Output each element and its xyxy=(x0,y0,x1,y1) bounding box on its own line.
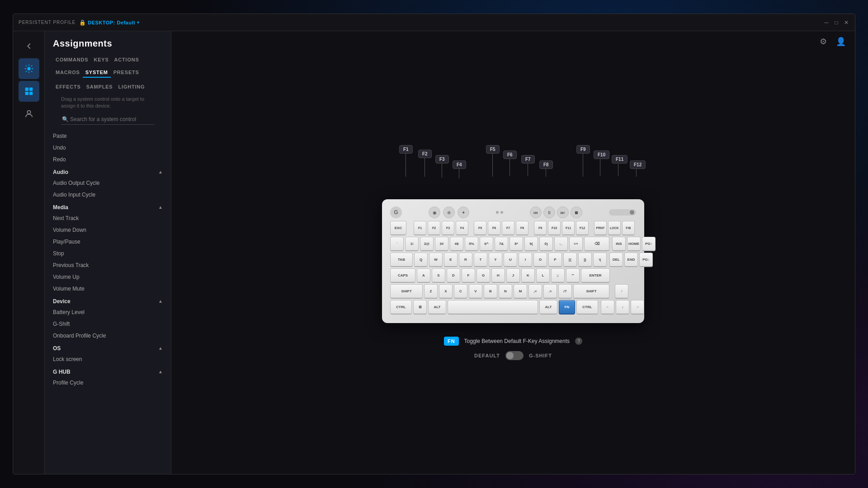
key-4[interactable]: 4$ xyxy=(450,237,463,251)
key-pgdn[interactable]: PG↓ xyxy=(639,253,653,267)
key-m[interactable]: M xyxy=(514,284,527,299)
list-item-paste[interactable]: Paste xyxy=(45,130,171,142)
key-f8[interactable]: F8 xyxy=(516,221,528,235)
key-1[interactable]: 1! xyxy=(405,237,419,251)
profiles-nav-button[interactable] xyxy=(19,103,39,124)
key-esc[interactable]: ESC xyxy=(390,221,406,235)
key-z[interactable]: Z xyxy=(424,284,438,299)
key-quote[interactable]: '" xyxy=(566,268,580,283)
key-f12[interactable]: F12 xyxy=(576,221,589,235)
key-rctrl[interactable]: CTRL xyxy=(576,300,598,314)
key-3[interactable]: 3# xyxy=(435,237,448,251)
key-ins[interactable]: INS xyxy=(612,237,626,251)
tab-actions[interactable]: ACTIONS xyxy=(112,55,142,64)
key-equals[interactable]: =+ xyxy=(569,237,583,251)
key-backspace[interactable]: ⌫ xyxy=(584,237,609,251)
key-fn[interactable]: FN xyxy=(559,300,575,314)
tab-system[interactable]: SYSTEM xyxy=(83,68,111,78)
list-item-redo[interactable]: Redo xyxy=(45,154,171,165)
key-v[interactable]: V xyxy=(469,284,482,299)
list-item-volume-up[interactable]: Volume Up xyxy=(45,271,171,283)
key-8[interactable]: 8* xyxy=(509,237,523,251)
key-space[interactable] xyxy=(448,300,538,314)
key-lctrl[interactable]: CTRL xyxy=(390,300,412,314)
media-pause[interactable]: ⏸ xyxy=(543,206,555,218)
key-d[interactable]: D xyxy=(447,268,460,283)
list-item-previous-track[interactable]: Previous Track xyxy=(45,259,171,271)
key-lock[interactable]: LOCK xyxy=(608,221,621,235)
key-h[interactable]: H xyxy=(491,268,505,283)
key-comma[interactable]: ,< xyxy=(528,284,542,299)
key-fb[interactable]: F/B xyxy=(622,221,635,235)
key-f3[interactable]: F3 xyxy=(442,221,454,235)
key-rbracket[interactable]: ]} xyxy=(578,253,592,267)
profile-selector[interactable]: 🔒 DESKTOP: Default ▾ xyxy=(79,19,139,26)
tab-samples[interactable]: SAMPLES xyxy=(84,82,116,91)
key-g[interactable]: G xyxy=(476,268,490,283)
key-up[interactable]: ↑ xyxy=(615,284,628,299)
list-item-play-pause[interactable]: Play/Pause xyxy=(45,236,171,248)
mode-btn-3[interactable]: ✦ xyxy=(458,206,469,218)
list-item-stop[interactable]: Stop xyxy=(45,248,171,259)
media-next[interactable]: ⏭ xyxy=(557,206,569,218)
key-home[interactable]: HOME xyxy=(627,237,641,251)
mode-btn-1[interactable]: ◉ xyxy=(429,206,440,218)
key-x[interactable]: X xyxy=(439,284,453,299)
list-item-g-shift[interactable]: G-Shift xyxy=(45,318,171,330)
key-rshift[interactable]: SHIFT xyxy=(573,284,609,299)
media-stop[interactable]: ⏹ xyxy=(571,206,582,218)
key-enter[interactable]: ENTER xyxy=(581,268,610,283)
media-prev[interactable]: ⏮ xyxy=(530,206,542,218)
key-left[interactable]: ← xyxy=(601,300,614,314)
list-item-next-track[interactable]: Next Track xyxy=(45,212,171,224)
key-f7[interactable]: F7 xyxy=(502,221,514,235)
list-item-onboard-profile-cycle[interactable]: Onboard Profile Cycle xyxy=(45,330,171,342)
list-item-volume-mute[interactable]: Volume Mute xyxy=(45,283,171,295)
key-f[interactable]: F xyxy=(462,268,475,283)
key-j[interactable]: J xyxy=(506,268,520,283)
list-item-lock-screen[interactable]: Lock screen xyxy=(45,353,171,365)
toggle-switch[interactable] xyxy=(505,351,524,360)
key-caps[interactable]: CAPS xyxy=(390,268,415,283)
key-9[interactable]: 9( xyxy=(524,237,538,251)
list-item-battery-level[interactable]: Battery Level xyxy=(45,306,171,318)
key-f11[interactable]: F11 xyxy=(562,221,575,235)
key-win[interactable]: ⊞ xyxy=(413,300,427,314)
settings-button[interactable]: ⚙ xyxy=(820,37,827,47)
section-os-header[interactable]: OS ▲ xyxy=(45,342,171,353)
section-media-header[interactable]: Media ▲ xyxy=(45,201,171,212)
volume-slider[interactable] xyxy=(609,209,636,216)
tab-presets[interactable]: PRESETS xyxy=(111,68,142,78)
list-item-audio-input-cycle[interactable]: Audio Input Cycle xyxy=(45,189,171,201)
list-item-profile-cycle[interactable]: Profile Cycle xyxy=(45,377,171,389)
lighting-nav-button[interactable] xyxy=(19,58,39,79)
key-y[interactable]: Y xyxy=(489,253,502,267)
close-button[interactable]: ✕ xyxy=(843,19,849,26)
key-del[interactable]: DEL xyxy=(609,253,623,267)
section-ghub-header[interactable]: G HUB ▲ xyxy=(45,365,171,377)
list-item-volume-down[interactable]: Volume Down xyxy=(45,224,171,236)
tab-effects[interactable]: EFFECTS xyxy=(53,82,84,91)
key-7[interactable]: 7& xyxy=(495,237,508,251)
key-l[interactable]: L xyxy=(536,268,550,283)
list-item-audio-output-cycle[interactable]: Audio Output Cycle xyxy=(45,177,171,189)
user-button[interactable]: 👤 xyxy=(836,37,846,47)
mode-btn-2[interactable]: ⊕ xyxy=(443,206,455,218)
key-e[interactable]: E xyxy=(444,253,458,267)
tab-macros[interactable]: MACROS xyxy=(53,68,83,78)
key-b[interactable]: B xyxy=(484,284,497,299)
key-i[interactable]: I xyxy=(519,253,532,267)
key-lalt[interactable]: ALT xyxy=(428,300,446,314)
key-o[interactable]: O xyxy=(533,253,547,267)
key-f4[interactable]: F4 xyxy=(456,221,468,235)
section-device-header[interactable]: Device ▲ xyxy=(45,295,171,306)
key-lshift[interactable]: SHIFT xyxy=(390,284,423,299)
key-ralt[interactable]: ALT xyxy=(539,300,557,314)
fn-help-icon[interactable]: ? xyxy=(575,338,582,345)
key-f6[interactable]: F6 xyxy=(488,221,500,235)
key-pgup[interactable]: PG↑ xyxy=(642,237,656,251)
key-t[interactable]: T xyxy=(474,253,487,267)
key-backslash[interactable]: \| xyxy=(593,253,607,267)
section-audio-header[interactable]: Audio ▲ xyxy=(45,165,171,177)
key-minus[interactable]: -_ xyxy=(554,237,568,251)
